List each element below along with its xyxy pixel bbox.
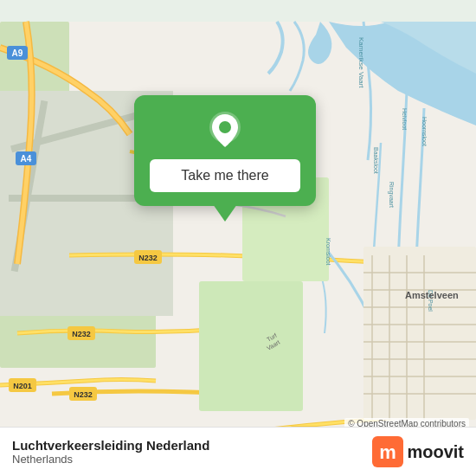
svg-text:N232: N232 bbox=[138, 254, 158, 262]
moovit-text: moovit bbox=[407, 442, 464, 462]
moovit-logo: m moovit bbox=[372, 436, 464, 467]
location-name: Luchtverkeersleiding Nederland bbox=[12, 438, 209, 453]
svg-text:A4: A4 bbox=[21, 154, 32, 164]
svg-text:Hoornsloot: Hoornsloot bbox=[421, 117, 428, 146]
location-pin-icon bbox=[205, 111, 245, 151]
location-popup: Take me there bbox=[134, 95, 316, 206]
svg-text:N232: N232 bbox=[74, 390, 93, 399]
map-container[interactable]: A9 A4 N232 N232 N232 N201 N231 Kamerikse… bbox=[0, 0, 476, 476]
svg-text:Kromsloot: Kromsloot bbox=[325, 238, 331, 266]
svg-text:Kamerikse Vaart: Kamerikse Vaart bbox=[357, 37, 365, 88]
svg-text:N201: N201 bbox=[13, 382, 32, 390]
svg-text:Ringvaart: Ringvaart bbox=[388, 182, 395, 208]
map-background: A9 A4 N232 N232 N232 N201 N231 Kamerikse… bbox=[0, 0, 476, 476]
svg-point-35 bbox=[219, 121, 231, 133]
take-me-there-button[interactable]: Take me there bbox=[150, 159, 300, 192]
bottom-bar: Luchtverkeersleiding Nederland Netherlan… bbox=[0, 427, 476, 476]
location-country: Netherlands bbox=[12, 453, 209, 466]
svg-text:A9: A9 bbox=[12, 48, 23, 58]
svg-text:N232: N232 bbox=[72, 330, 91, 338]
location-info: Luchtverkeersleiding Nederland Netherlan… bbox=[12, 438, 209, 466]
svg-text:m: m bbox=[380, 441, 397, 463]
svg-rect-7 bbox=[199, 281, 303, 411]
moovit-m-icon: m bbox=[372, 436, 403, 467]
svg-text:Heivloot: Heivloot bbox=[402, 108, 408, 130]
svg-text:Amstelveen: Amstelveen bbox=[405, 290, 459, 300]
svg-text:Baaksloot: Baaksloot bbox=[373, 147, 379, 174]
